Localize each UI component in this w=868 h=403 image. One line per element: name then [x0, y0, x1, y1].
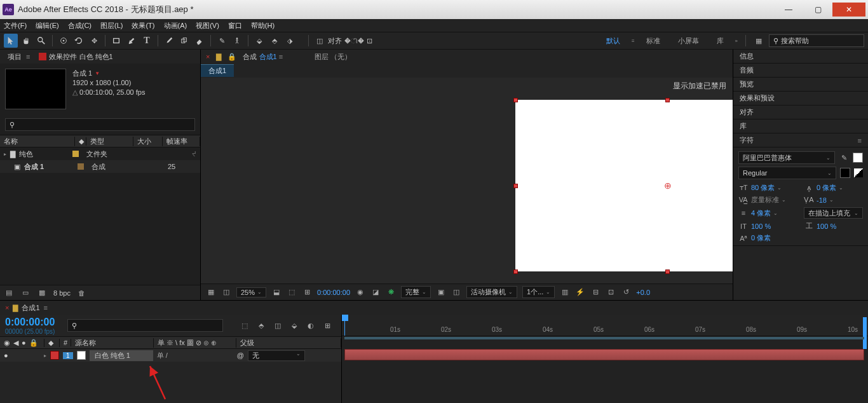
draft3d-icon[interactable]: ⬘ [256, 320, 266, 331]
font-size[interactable]: ᴛT80 像素⌄ [738, 183, 797, 193]
anchor-tool[interactable]: ✥ [87, 34, 101, 48]
stroke-color[interactable] [840, 168, 850, 178]
col-parent[interactable]: 父级 [236, 338, 341, 348]
layer-switches[interactable]: 单 / [157, 351, 233, 360]
local-axis-icon[interactable]: ⬙ [252, 34, 266, 48]
selection-handle[interactable] [513, 184, 518, 188]
workspace-overflow-icon[interactable]: » [735, 38, 738, 44]
disclosure-icon[interactable]: ▸ [4, 151, 6, 157]
help-search[interactable]: ⚲ 搜索帮助 [769, 34, 864, 47]
effect-controls-tab[interactable]: 效果控件 白色 纯色1 [49, 52, 112, 62]
panel-character[interactable]: 字符≡ [733, 133, 868, 147]
row-tag[interactable] [72, 151, 79, 157]
text-tool[interactable]: T [140, 34, 154, 48]
timeline-search[interactable]: ⚲ [67, 319, 223, 332]
workspace-default[interactable]: 默认 [600, 35, 627, 47]
snapshot-icon[interactable]: ◉ [355, 287, 365, 297]
snap-opts-icon[interactable]: �ி� [347, 34, 361, 48]
panel-effects[interactable]: 效果和预设 [733, 92, 868, 106]
menu-edit[interactable]: 编辑(E) [36, 21, 59, 31]
view-axis-icon[interactable]: ⬗ [283, 34, 297, 48]
selection-handle[interactable] [513, 270, 518, 274]
row-tag[interactable] [78, 163, 84, 170]
bpc-label[interactable]: 8 bpc [53, 289, 71, 297]
selection-handle[interactable] [513, 98, 518, 102]
fast-preview-icon[interactable]: ⚡ [575, 287, 585, 297]
parent-pickwhip-icon[interactable]: @ [237, 352, 244, 359]
quality-select[interactable]: 完整 ⌄ [401, 286, 431, 298]
workspace-lib[interactable]: 库 [710, 35, 730, 47]
reset-exposure-icon[interactable]: ↺ [621, 287, 631, 297]
current-timecode[interactable]: 0:00:00:00 [5, 317, 55, 328]
col-size[interactable]: 大小 [133, 137, 163, 146]
roto-tool[interactable]: ✎ [215, 34, 229, 48]
playhead[interactable] [344, 315, 345, 336]
viewer-tab-label[interactable]: 合成 合成1 ≡ [243, 52, 283, 62]
menu-animation[interactable]: 动画(A) [164, 21, 187, 31]
visibility-toggle[interactable] [4, 352, 8, 359]
menu-layer[interactable]: 图层(L) [100, 21, 123, 31]
panel-preview[interactable]: 预览 [733, 78, 868, 92]
swap-colors-icon[interactable] [854, 168, 863, 177]
new-folder-icon[interactable]: ▭ [20, 288, 31, 298]
timeline-menu-icon[interactable]: ≡ [44, 304, 48, 311]
project-thumbnail[interactable] [5, 69, 66, 109]
channel-icon[interactable]: ❋ [386, 287, 396, 297]
snap-label[interactable]: 对齐 [328, 36, 342, 46]
menu-window[interactable]: 窗口 [228, 21, 242, 31]
layer-name[interactable]: 白色 纯色 1 [90, 350, 153, 361]
leading[interactable]: ᴀ͇0 像素⌄ [804, 183, 863, 193]
menu-composition[interactable]: 合成(C) [68, 21, 92, 31]
vscale[interactable]: IT100 % [738, 221, 797, 231]
camera-select[interactable]: 活动摄像机 ⌄ [466, 286, 517, 298]
timeline-track-area[interactable]: 01s 02s 03s 04s 05s 06s 07s 08s 09s 10s [342, 315, 868, 403]
font-select[interactable]: 阿里巴巴普惠体⌄ [738, 151, 835, 164]
lock-icon[interactable]: 🔒 [227, 53, 236, 61]
frame-blend-icon[interactable]: ⬙ [289, 320, 299, 331]
region-icon[interactable]: ▣ [436, 287, 446, 297]
shy-icon[interactable]: ◫ [273, 320, 283, 331]
comp-mini-flow-icon[interactable]: ⬚ [240, 320, 250, 331]
snap-icon[interactable]: ◫ [313, 34, 327, 48]
viewer-close-icon[interactable]: × [206, 53, 210, 60]
workspace-standard[interactable]: 标准 [640, 35, 667, 47]
hand-tool[interactable] [19, 34, 33, 48]
timeline-layer-row[interactable]: ▸ 1 白色 纯色 1 单 / @ 无⌄ [0, 349, 341, 362]
always-preview-icon[interactable]: ▦ [206, 287, 216, 297]
workspace-menu-icon[interactable]: ≡ [632, 38, 635, 44]
roi-icon[interactable]: ⬚ [287, 287, 297, 297]
resolution-icon[interactable]: ⬓ [271, 287, 281, 297]
stroke-option[interactable]: 在描边上填充⌄ [804, 207, 863, 219]
brush-tool[interactable] [162, 34, 176, 48]
project-row-comp[interactable]: ▣ 合成 1 合成 25 [0, 160, 200, 173]
timeline-tab[interactable]: 合成1 [22, 303, 39, 313]
zoom-tool[interactable] [34, 34, 48, 48]
project-search[interactable]: ⚲ [5, 118, 195, 131]
panel-info[interactable]: 信息 [733, 50, 868, 64]
maximize-button[interactable]: ▢ [803, 3, 832, 17]
baseline-shift[interactable]: Aª0 像素 [738, 233, 797, 243]
pen-tool[interactable] [125, 34, 139, 48]
viewer-timecode[interactable]: 0:00:00:00 [317, 289, 350, 296]
col-type[interactable]: 类型 [86, 137, 133, 146]
workspace-small[interactable]: 小屏幕 [672, 35, 705, 47]
font-style-select[interactable]: Regular⌄ [738, 167, 836, 179]
col-name[interactable]: 名称 [0, 137, 75, 146]
panel-align[interactable]: 对齐 [733, 106, 868, 120]
composition-canvas[interactable]: ⊕ [515, 100, 733, 271]
time-ruler[interactable]: 01s 02s 03s 04s 05s 06s 07s 08s 09s 10s [342, 315, 868, 336]
selection-tool[interactable] [4, 34, 18, 48]
work-area-bar[interactable] [344, 337, 864, 339]
kerning[interactable]: VA̲度量标准⌄ [738, 195, 797, 205]
selection-handle[interactable] [665, 98, 670, 102]
eyedropper-icon[interactable]: ✎ [839, 153, 849, 163]
menu-effect[interactable]: 效果(T) [132, 21, 154, 31]
panel-audio[interactable]: 音频 [733, 64, 868, 78]
disclosure-icon[interactable]: ▸ [44, 353, 46, 359]
orbit-tool[interactable] [57, 34, 71, 48]
show-snapshot-icon[interactable]: ◪ [370, 287, 381, 297]
zoom-select[interactable]: 25% ⌄ [236, 287, 266, 297]
exposure-value[interactable]: +0.0 [636, 289, 650, 296]
panel-library[interactable]: 库 [733, 120, 868, 133]
project-row-folder[interactable]: ▸ ▇ 纯色 文件夹 ᔪ [0, 147, 200, 160]
